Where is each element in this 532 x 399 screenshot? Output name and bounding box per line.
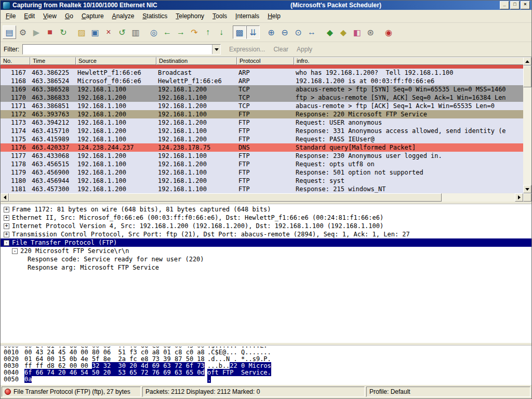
zoom-normal-button[interactable]: ⊙ (291, 25, 305, 39)
status-bar: File Transfer Protocol (FTP) (ftp), 27 b… (1, 385, 531, 398)
reload-button[interactable]: ↺ (115, 25, 129, 39)
save-file-button[interactable]: ▣ (88, 25, 102, 39)
horizontal-scroll-track[interactable] (9, 193, 515, 202)
filter-dropdown-button[interactable] (212, 45, 220, 54)
menu-item-statistics[interactable]: Statistics (138, 11, 171, 21)
packet-row-1170[interactable]: 1170463.386833192.168.1.200192.168.1.100… (1, 94, 531, 102)
packet-row-1176[interactable]: 1176463.420337124.238.244.237124.238.178… (1, 143, 531, 152)
collapse-icon[interactable]: - (4, 240, 9, 246)
expand-icon[interactable]: + (4, 232, 9, 237)
menu-item-view[interactable]: View (39, 11, 61, 21)
preferences-button[interactable]: ⊛ (364, 25, 377, 39)
packet-row-1180[interactable]: 1180463.456944192.168.1.100192.168.1.200… (1, 177, 531, 185)
column-header-destination[interactable]: Destination (156, 57, 237, 65)
goto-packet-button[interactable]: ↷ (188, 25, 201, 39)
horizontal-scrollbar[interactable] (1, 193, 531, 202)
scroll-left-button[interactable] (1, 193, 9, 202)
minimize-button[interactable]: _ (500, 1, 509, 9)
resize-columns-button[interactable]: ↔ (305, 25, 318, 39)
find-packet-button[interactable]: ◎ (147, 25, 161, 39)
scroll-up-button[interactable] (523, 57, 531, 65)
detail-row-4[interactable]: -File Transfer Protocol (FTP) (1, 238, 531, 247)
menu-item-analyze[interactable]: Analyze (108, 11, 139, 21)
packet-row-1181[interactable]: 1181463.457300192.168.1.200192.168.1.100… (1, 185, 531, 193)
column-header-source[interactable]: Source (76, 57, 156, 65)
packet-row-1168[interactable]: 1168463.386524Microsof_f0:66:e6HewlettP_… (1, 77, 531, 85)
detail-row-3[interactable]: +Transmission Control Protocol, Src Port… (1, 230, 531, 238)
hex-row-0040[interactable]: 00406f 66 74 20 46 54 50 20 53 65 72 76 … (1, 369, 531, 376)
apply-button[interactable]: Apply (297, 46, 312, 53)
expert-info-icon[interactable] (5, 389, 11, 395)
maximize-button[interactable]: □ (510, 1, 520, 9)
zoom-in-button[interactable]: ⊕ (264, 25, 278, 39)
menu-item-internals[interactable]: Internals (231, 11, 263, 21)
menu-item-edit[interactable]: Edit (20, 11, 39, 21)
colorize-list-button[interactable]: ▩ (233, 25, 246, 39)
auto-scroll-button[interactable]: ⇊ (246, 25, 260, 39)
hex-bytes: 0a (24, 376, 207, 383)
go-back-button[interactable]: ← (161, 25, 174, 39)
detail-row-2[interactable]: +Internet Protocol Version 4, Src: 192.1… (1, 222, 531, 230)
menu-item-help[interactable]: Help (263, 11, 285, 21)
close-button[interactable]: × (521, 1, 530, 9)
vertical-scroll-track[interactable] (523, 65, 531, 185)
menu-item-capture[interactable]: Capture (77, 11, 108, 21)
column-header-protocol[interactable]: Protocol (237, 57, 294, 65)
go-to-bottom-button[interactable]: ↓ (215, 25, 228, 39)
go-to-top-button[interactable]: ↑ (201, 25, 215, 39)
list-interfaces-button[interactable]: ▤ (3, 25, 16, 39)
packet-row-1177[interactable]: 1177463.433068192.168.1.200192.168.1.100… (1, 152, 531, 160)
scroll-right-button[interactable] (515, 193, 523, 202)
vertical-scrollbar[interactable] (523, 57, 531, 193)
expand-icon[interactable]: + (4, 207, 9, 212)
print-button[interactable]: ▥ (129, 25, 142, 39)
close-file-button[interactable]: × (102, 25, 115, 39)
go-forward-button[interactable]: → (174, 25, 188, 39)
packet-row-1179[interactable]: 1179463.456900192.168.1.200192.168.1.100… (1, 168, 531, 177)
expression-button[interactable]: Expression... (229, 46, 265, 53)
coloring-rules-button[interactable]: ◧ (350, 25, 364, 39)
detail-row-6[interactable]: Response code: Service ready for new use… (1, 255, 531, 263)
capture-filters-button[interactable]: ◆ (323, 25, 337, 39)
column-header-infro[interactable]: infro. (294, 57, 524, 65)
packet-row-1171[interactable]: 1171463.386851192.168.1.100192.168.1.200… (1, 102, 531, 110)
detail-row-5[interactable]: -220 Microsoft FTP Service\r\n (1, 247, 531, 255)
expand-icon[interactable]: + (4, 215, 9, 221)
menu-item-go[interactable]: Go (61, 11, 77, 21)
title-bar[interactable]: Capturing from Realtek 10/100/1000 Ether… (1, 1, 531, 10)
capture-stop-button[interactable]: ■ (43, 25, 57, 39)
packet-row-1166[interactable]: 1166463.385914192.168.1.100192.168.1.1DN… (1, 65, 531, 69)
packet-row-1173[interactable]: 1173463.394212192.168.1.100192.168.1.200… (1, 118, 531, 127)
filter-input[interactable] (23, 45, 212, 54)
vertical-scroll-thumb[interactable] (523, 65, 531, 87)
capture-start-button[interactable]: ▶ (30, 25, 43, 39)
zoom-out-button[interactable]: ⊖ (278, 25, 291, 39)
display-filters-button[interactable]: ◆ (337, 25, 350, 39)
menu-item-telephony[interactable]: Telephony (171, 11, 208, 21)
packet-row-1178[interactable]: 1178463.456515192.168.1.100192.168.1.200… (1, 160, 531, 168)
column-header-no[interactable]: No. (1, 57, 30, 65)
packet-cell: 192.168.1.100 (156, 152, 237, 160)
detail-row-1[interactable]: +Ethernet II, Src: Microsof_f0:66:e6 (00… (1, 214, 531, 222)
clear-button[interactable]: Clear (273, 46, 288, 53)
column-header-time[interactable]: Time (30, 57, 76, 65)
menu-item-tools[interactable]: Tools (208, 11, 231, 21)
horizontal-scroll-thumb[interactable] (9, 193, 442, 202)
packet-row-1169[interactable]: 1169463.386528192.168.1.100192.168.1.200… (1, 85, 531, 94)
hex-row-0050[interactable]: 00500a. (1, 376, 531, 383)
open-file-button[interactable]: ▨ (75, 25, 88, 39)
detail-row-0[interactable]: +Frame 1172: 81 bytes on wire (648 bits)… (1, 205, 531, 214)
packet-row-1175[interactable]: 1175463.415989192.168.1.100192.168.1.200… (1, 135, 531, 143)
packet-row-1167[interactable]: 1167463.386225HewlettP_f1:66:e6Broadcast… (1, 69, 531, 77)
capture-restart-button[interactable]: ↻ (57, 25, 70, 39)
capture-options-button[interactable]: ⚙ (16, 25, 30, 39)
help-button[interactable]: ◉ (382, 25, 395, 39)
packet-cell: Request: PASS IEUser@ (294, 135, 524, 143)
packet-row-1172[interactable]: 1172463.393763192.168.1.200192.168.1.100… (1, 110, 531, 118)
collapse-icon[interactable]: - (12, 248, 18, 254)
packet-row-1174[interactable]: 1174463.415710192.168.1.200192.168.1.100… (1, 127, 531, 135)
expand-icon[interactable]: + (4, 223, 9, 229)
detail-row-7[interactable]: Response arg: Microsoft FTP Service (1, 263, 531, 272)
menu-item-file[interactable]: File (2, 11, 20, 21)
scroll-down-button[interactable] (523, 185, 531, 193)
